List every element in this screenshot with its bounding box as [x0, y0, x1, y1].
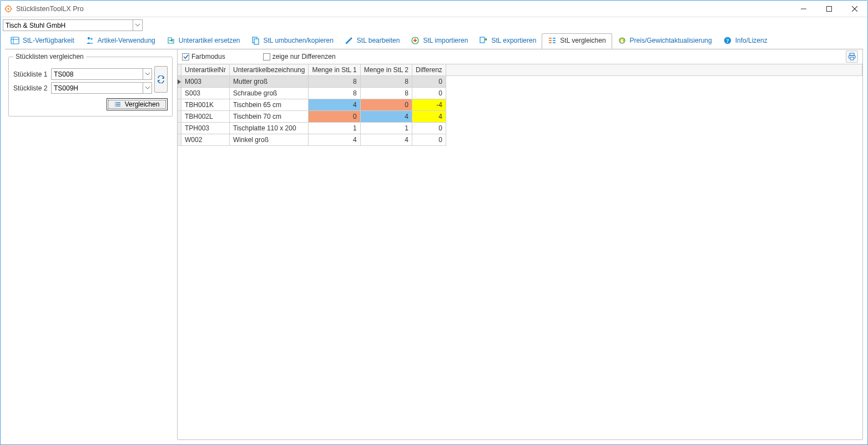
table-row[interactable]: S003Schraube groß880 — [178, 88, 862, 99]
data-table[interactable]: UnterartikelNrUnterartikelbezeichnungMen… — [178, 64, 862, 146]
stueckliste1-combo[interactable] — [51, 68, 152, 80]
tab-stl-verf-gbarkeit[interactable]: StL-Verfügbarkeit — [5, 34, 80, 48]
cell[interactable]: 0 — [412, 134, 446, 146]
table-row[interactable]: TBH001KTischbein 65 cm40-4 — [178, 99, 862, 111]
svg-rect-7 — [827, 6, 832, 11]
main-panel: Farbmodus zeige nur Differenzen — [177, 49, 863, 440]
stueckliste1-input[interactable] — [52, 69, 143, 79]
tab-label: StL vergleichen — [560, 37, 605, 44]
table-row[interactable]: TBH002LTischbein 70 cm044 — [178, 111, 862, 123]
cell[interactable]: 8 — [309, 76, 360, 88]
tab-preis-gewichtaktualisierung[interactable]: Preis/Gewichtaktualisierung — [612, 34, 718, 48]
tab-label: Artikel-Verwendung — [98, 37, 155, 44]
tab-label: StL exportieren — [491, 37, 536, 44]
swap-icon — [157, 75, 165, 83]
cell[interactable]: 8 — [361, 88, 412, 99]
tab-artikel-verwendung[interactable]: Artikel-Verwendung — [80, 34, 161, 48]
cell[interactable]: -4 — [412, 99, 446, 111]
color-mode-checkbox[interactable]: Farbmodus — [182, 53, 225, 60]
tab-stl-vergleichen[interactable]: StL vergleichen — [542, 33, 612, 49]
cell[interactable]: 4 — [309, 134, 360, 146]
print-button[interactable] — [846, 50, 858, 63]
cell[interactable]: W002 — [181, 134, 230, 146]
row-indicator — [178, 99, 181, 111]
tab-icon — [11, 36, 19, 45]
chevron-down-icon[interactable] — [133, 20, 142, 31]
app-icon — [4, 4, 13, 13]
maximize-button[interactable] — [816, 1, 842, 17]
stueckliste2-combo[interactable] — [51, 82, 152, 94]
svg-point-1 — [8, 8, 9, 9]
column-header[interactable]: Menge in StL 2 — [361, 64, 412, 76]
svg-rect-34 — [850, 53, 854, 55]
tab-label: StL-Verfügbarkeit — [23, 37, 74, 44]
cell[interactable]: 8 — [309, 88, 360, 99]
cell[interactable]: 4 — [361, 134, 412, 146]
tab-icon — [166, 36, 175, 45]
cell[interactable]: 1 — [361, 123, 412, 134]
grid-toolbar: Farbmodus zeige nur Differenzen — [178, 49, 862, 64]
comparison-grid: UnterartikelNrUnterartikelbezeichnungMen… — [178, 64, 862, 439]
close-button[interactable] — [842, 1, 867, 17]
cell[interactable]: 0 — [412, 88, 446, 99]
swap-button[interactable] — [154, 66, 168, 93]
chevron-down-icon[interactable] — [143, 69, 152, 79]
cell[interactable]: 1 — [309, 123, 360, 134]
cell[interactable]: Tischplatte 110 x 200 — [230, 123, 309, 134]
tab-stl-bearbeiten[interactable]: StL bearbeiten — [339, 34, 406, 48]
cell[interactable]: TBH001K — [181, 99, 230, 111]
tab-stl-importieren[interactable]: StL importieren — [405, 34, 473, 48]
cell[interactable]: 0 — [361, 99, 412, 111]
tab-icon — [85, 36, 94, 45]
tab-icon — [345, 36, 354, 45]
column-header[interactable]: Menge in StL 1 — [309, 64, 360, 76]
row-header-corner — [178, 64, 181, 76]
row-indicator — [178, 88, 181, 99]
company-combo-input[interactable] — [3, 20, 133, 31]
table-row[interactable]: W002Winkel groß440 — [178, 134, 862, 146]
tab-stl-umbuchen-kopieren[interactable]: StL umbuchen/kopieren — [246, 34, 339, 48]
cell[interactable]: M003 — [181, 76, 230, 88]
cell[interactable]: S003 — [181, 88, 230, 99]
cell[interactable]: Tischbein 65 cm — [230, 99, 309, 111]
cell[interactable]: Schraube groß — [230, 88, 309, 99]
stueckliste2-input[interactable] — [52, 83, 143, 93]
tab-info-lizenz[interactable]: ?Info/Lizenz — [718, 34, 773, 48]
column-header[interactable]: UnterartikelNr — [181, 64, 230, 76]
cell[interactable]: 8 — [361, 76, 412, 88]
svg-rect-18 — [480, 37, 485, 43]
cell[interactable]: Winkel groß — [230, 134, 309, 146]
cell[interactable]: 4 — [309, 99, 360, 111]
tab-stl-exportieren[interactable]: StL exportieren — [473, 34, 542, 48]
tab-icon: ? — [723, 36, 732, 45]
cell[interactable]: 4 — [361, 111, 412, 123]
cell[interactable]: Tischbein 70 cm — [230, 111, 309, 123]
cell[interactable]: Mutter groß — [230, 76, 309, 88]
printer-icon — [848, 53, 856, 60]
cell[interactable]: TPH003 — [181, 123, 230, 134]
company-combo[interactable] — [3, 19, 143, 31]
stueckliste2-label: Stückliste 2 — [13, 84, 51, 92]
tabs: StL-VerfügbarkeitArtikel-VerwendungUnter… — [1, 33, 867, 49]
cell[interactable]: 0 — [412, 123, 446, 134]
column-header[interactable]: Unterartikelbezeichnung — [230, 64, 309, 76]
table-row[interactable]: TPH003Tischplatte 110 x 200110 — [178, 123, 862, 134]
cell[interactable]: 0 — [412, 76, 446, 88]
cell[interactable]: TBH002L — [181, 111, 230, 123]
only-diff-checkbox[interactable]: zeige nur Differenzen — [263, 53, 336, 60]
cell[interactable]: 0 — [309, 111, 360, 123]
svg-text:?: ? — [726, 38, 729, 44]
compare-button[interactable]: Vergleichen — [107, 98, 168, 110]
tab-unterartikel-ersetzen[interactable]: Unterartikel ersetzen — [161, 34, 246, 48]
chevron-down-icon[interactable] — [143, 83, 152, 93]
only-diff-label: zeige nur Differenzen — [272, 53, 336, 60]
application-window: StücklistenToolLX Pro StL-VerfügbarkeitA… — [0, 0, 868, 445]
table-row[interactable]: M003Mutter groß880 — [178, 76, 862, 88]
column-header[interactable]: Differenz — [412, 64, 446, 76]
company-row — [1, 17, 867, 33]
tab-label: StL bearbeiten — [357, 37, 400, 44]
cell[interactable]: 4 — [412, 111, 446, 123]
compare-button-label: Vergleichen — [125, 100, 160, 108]
minimize-button[interactable] — [791, 1, 816, 17]
list-icon — [115, 101, 122, 108]
